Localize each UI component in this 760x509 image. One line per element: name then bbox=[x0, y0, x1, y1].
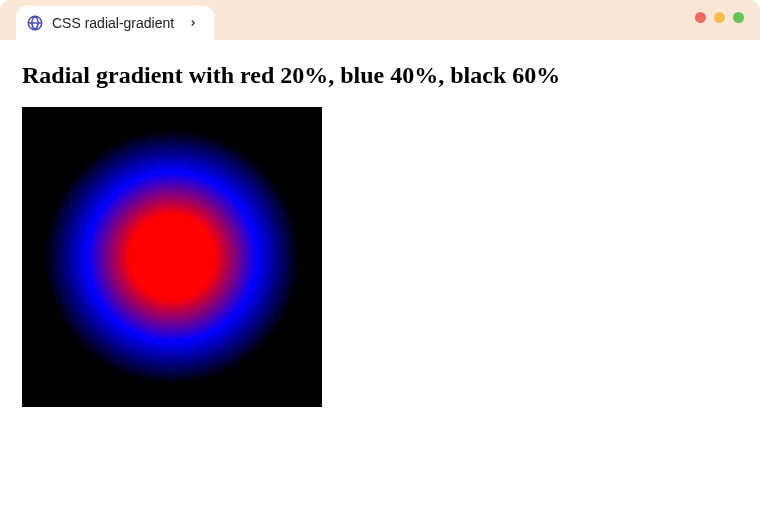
maximize-window-button[interactable] bbox=[733, 12, 744, 23]
globe-icon bbox=[26, 14, 44, 32]
close-window-button[interactable] bbox=[695, 12, 706, 23]
tab-title: CSS radial-gradient bbox=[52, 15, 174, 31]
window-controls bbox=[695, 12, 744, 23]
browser-tab[interactable]: CSS radial-gradient bbox=[16, 6, 214, 40]
page-content: Radial gradient with red 20%, blue 40%, … bbox=[0, 40, 760, 429]
browser-window: CSS radial-gradient Radial gradient with… bbox=[0, 0, 760, 509]
page-title: Radial gradient with red 20%, blue 40%, … bbox=[22, 62, 738, 89]
radial-gradient-demo bbox=[22, 107, 322, 407]
titlebar: CSS radial-gradient bbox=[0, 0, 760, 40]
minimize-window-button[interactable] bbox=[714, 12, 725, 23]
chevron-right-icon bbox=[188, 18, 198, 28]
